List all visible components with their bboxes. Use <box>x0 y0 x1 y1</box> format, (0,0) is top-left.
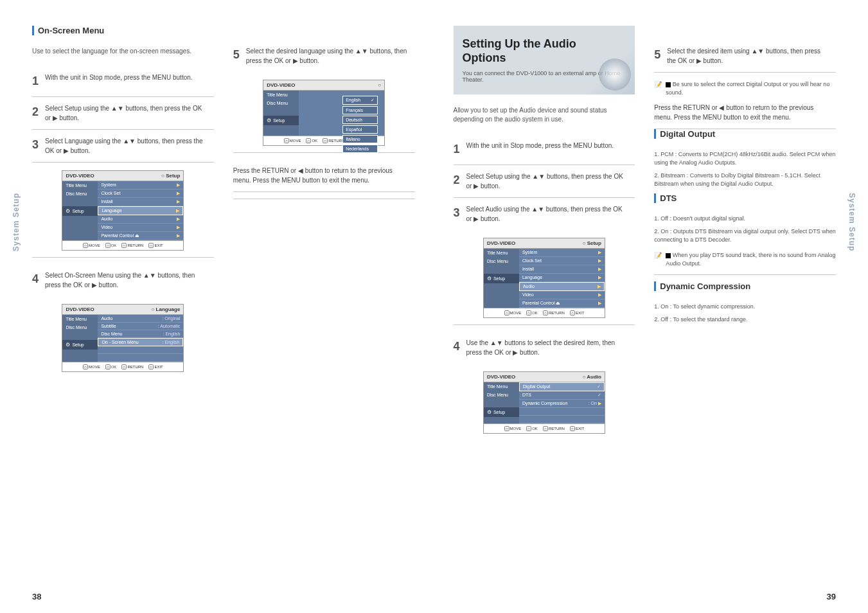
osd-sidebar: Title Menu Disc Menu ⚙Setup <box>62 181 98 240</box>
note-dts: When you play DTS sound track, there is … <box>654 251 836 267</box>
onscreen-intro: Use to select the language for the on-sc… <box>32 47 214 56</box>
right-arrow-icon: ▶ <box>177 182 180 188</box>
lang-option[interactable]: English <box>346 98 360 103</box>
osd-setup: DVD-VIDEO○ Setup Title Menu Disc Menu ⚙S… <box>62 170 184 251</box>
list-item[interactable]: Install▶ <box>98 198 183 206</box>
list-item[interactable]: System▶ <box>98 181 183 190</box>
onscreen-title: On-Screen Menu <box>32 26 214 35</box>
osd-head-r: ○ Setup <box>161 173 180 179</box>
lang-option[interactable]: Deutsch <box>342 116 378 124</box>
step-text: Select the desired language using the ▲▼… <box>246 46 410 66</box>
side-tab-left: System Setup <box>12 193 21 251</box>
side-tab-right: System Setup <box>847 193 856 251</box>
list-item[interactable]: Clock Set▶ <box>98 190 183 198</box>
right-page: System Setup 39 Setting Up the AudioOpti… <box>434 0 869 613</box>
list-item[interactable]: Video▶ <box>98 224 183 232</box>
left-col-1: On-Screen Menu Use to select the languag… <box>32 26 214 372</box>
right-col-2: 5Select the desired item using ▲▼ button… <box>654 26 836 434</box>
lang-option[interactable]: Nederlands <box>342 145 378 153</box>
audio-intro: Allow you to set up the Audio device and… <box>454 106 635 124</box>
dynamic-title: Dynamic Compression <box>654 281 836 291</box>
check-icon: ✓ <box>371 98 375 103</box>
lang-option[interactable]: Español <box>342 125 378 134</box>
side-item[interactable]: Disc Menu <box>62 190 98 198</box>
osd-list: System▶ Clock Set▶ Install▶ Language▶ Au… <box>98 181 183 240</box>
side-setup-selected[interactable]: ⚙Setup <box>62 206 98 216</box>
note-digital-output: Be sure to select the correct Digital Ou… <box>654 80 836 96</box>
step-num: 5 <box>233 46 246 64</box>
feature-box: Setting Up the AudioOptions You can conn… <box>454 26 635 94</box>
dts-item-2: 2. On : Outputs DTS Bitstream via digita… <box>654 227 836 244</box>
step-num: 3 <box>32 136 45 154</box>
side-item[interactable]: Title Menu <box>62 181 98 190</box>
osd-setup-audio: DVD-VIDEO○ Setup Title Menu Disc Menu ⚙S… <box>483 238 605 318</box>
digital-output-title: Digital Output <box>654 129 836 139</box>
side-blank <box>62 198 98 206</box>
dts-item-1: 1. Off : Doesn't output digital signal. <box>654 215 836 223</box>
list-item[interactable]: Parental Control ⏏▶ <box>98 232 183 240</box>
list-item-highlight[interactable]: Language▶ <box>98 206 183 215</box>
step-num: 4 <box>32 271 45 288</box>
osd-language: DVD-VIDEO○ Language Title Menu Disc Menu… <box>62 304 184 372</box>
digital-item-1: 1. PCM : Converts to PCM(2CH) 48kHz/16Bi… <box>654 150 836 166</box>
feature-title-1: Setting Up the Audio <box>463 37 576 50</box>
list-item[interactable]: Audio▶ <box>98 215 183 224</box>
lang-option[interactable]: Français <box>342 106 378 114</box>
gear-icon: ⚙ <box>66 208 70 214</box>
dyn-item-2: 2. Off : To select the standard range. <box>654 315 836 324</box>
left-page: System Setup 38 On-Screen Menu Use to se… <box>0 0 434 613</box>
osd-footer: ◇MOVE ◇OK ◇RETURN ◇EXIT <box>62 240 183 250</box>
page-number-right: 39 <box>827 592 836 601</box>
feature-title-2: Options <box>463 51 506 64</box>
step-text: With the unit in Stop mode, press the ME… <box>45 73 209 82</box>
osd-audio: DVD-VIDEO○ Audio Title Menu Disc Menu ⚙S… <box>483 371 605 434</box>
osd-language-select: DVD-VIDEO○ Title Menu Disc Menu ⚙Setup E… <box>263 80 385 146</box>
digital-item-2: 2. Bitstream : Converts to Dolby Digital… <box>654 172 836 188</box>
left-col-2: 5Select the desired language using the ▲… <box>233 26 415 372</box>
step-text: Press the RETURN or ◀ button to return t… <box>233 166 397 185</box>
step-num: 1 <box>32 73 45 90</box>
osd-head: DVD-VIDEO <box>66 173 94 179</box>
lang-option[interactable]: Italiano <box>342 135 378 143</box>
page-number-left: 38 <box>32 592 41 601</box>
step-num: 2 <box>32 103 45 121</box>
step-text: Select Setup using the ▲▼ buttons, then … <box>45 103 209 123</box>
right-col-1: Setting Up the AudioOptions You can conn… <box>454 26 635 434</box>
step-text: Select On-Screen Menu using the ▲▼ butto… <box>45 271 209 290</box>
dts-title: DTS <box>654 193 836 203</box>
step-text: Select Language using the ▲▼ buttons, th… <box>45 136 209 155</box>
dyn-item-1: 1. On : To select dynamic compression. <box>654 303 836 311</box>
disc-icon <box>599 58 631 91</box>
